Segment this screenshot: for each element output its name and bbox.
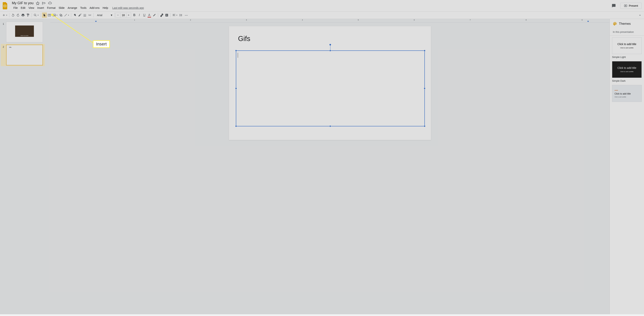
ruler-right-marker[interactable] [587, 21, 589, 22]
comment-button[interactable] [164, 13, 169, 18]
menu-help[interactable]: Help [101, 6, 110, 10]
palette-icon [613, 22, 617, 26]
print-button[interactable] [20, 13, 26, 18]
selected-textbox[interactable] [236, 50, 425, 126]
menu-view[interactable]: View [27, 6, 36, 10]
border-weight-button[interactable] [82, 13, 87, 18]
font-size-increase[interactable]: + [126, 14, 131, 17]
menu-tools[interactable]: Tools [79, 6, 88, 10]
more-button[interactable]: ⋯ [184, 13, 189, 18]
doc-title[interactable]: My GIF to you [12, 1, 34, 5]
comments-button[interactable] [610, 2, 617, 9]
bold-button[interactable]: B [132, 13, 137, 18]
canvas-viewport[interactable]: Gifs [46, 23, 610, 314]
last-edit-link[interactable]: Last edit was seconds ago [112, 6, 144, 10]
svg-point-3 [34, 14, 36, 16]
svg-rect-1 [4, 5, 6, 7]
font-select[interactable]: Arial▼ [96, 13, 115, 18]
collapse-toolbar-button[interactable] [638, 13, 642, 18]
resize-handle-tm[interactable] [330, 50, 331, 51]
theme-name: Simple Light [612, 56, 642, 59]
main-area: 1 HOW YOU DOIN? 2 Gifs 1 2 3 4 5 6 7 8 9 [0, 19, 644, 314]
present-button[interactable]: Present [620, 3, 642, 9]
italic-button[interactable]: I [137, 13, 142, 18]
annotation-callout: Insert [93, 40, 110, 48]
canvas-area: 1 2 3 4 5 6 7 8 9 1 2 3 Gifs [46, 19, 610, 314]
title-area: My GIF to you File Edit View Insert Form… [12, 1, 610, 10]
fill-color-button[interactable] [72, 13, 77, 18]
menu-format[interactable]: Format [46, 6, 57, 10]
resize-handle-bm[interactable] [330, 125, 331, 127]
present-label: Present [629, 4, 638, 7]
resize-handle-tr[interactable] [424, 50, 426, 51]
thumbnail-preview[interactable]: Gifs [6, 45, 43, 65]
slide-canvas[interactable]: Gifs [229, 26, 431, 140]
svg-point-6 [54, 15, 54, 15]
move-icon[interactable] [42, 1, 46, 5]
undo-button[interactable] [10, 13, 16, 18]
resize-handle-tl[interactable] [235, 50, 237, 51]
menu-edit[interactable]: Edit [19, 6, 27, 10]
resize-handle-mr[interactable] [424, 88, 426, 89]
underline-button[interactable]: U [142, 13, 147, 18]
new-slide-button[interactable]: ▼ [2, 13, 8, 18]
theme-card-simple-light[interactable]: Click to add title Click to add subtitle [612, 37, 642, 54]
menu-file[interactable]: File [12, 6, 19, 10]
themes-title: Themes [619, 22, 630, 26]
resize-handle-bl[interactable] [235, 125, 237, 127]
annotation-label: Insert [96, 42, 107, 46]
resize-handle-br[interactable] [424, 125, 426, 127]
thumbnail-image: HOW YOU DOIN? [15, 26, 34, 37]
font-size-control: − 18 + [116, 13, 131, 18]
border-color-button[interactable] [77, 13, 82, 18]
highlight-button[interactable] [152, 13, 157, 18]
paint-format-button[interactable] [26, 13, 30, 18]
redo-button[interactable] [16, 13, 20, 18]
slide-title-text[interactable]: Gifs [238, 35, 250, 43]
zoom-button[interactable]: ▼ [33, 13, 40, 18]
text-color-button[interactable]: A [147, 13, 152, 18]
link-button[interactable] [159, 13, 164, 18]
font-size-value[interactable]: 18 [120, 13, 126, 18]
themes-panel: Themes In this presentation Click to add… [610, 19, 644, 314]
line-spacing-button[interactable] [178, 13, 183, 18]
theme-card-streamline[interactable]: Click to add title Click to add subtitle [612, 85, 642, 102]
theme-name: Simple Dark [612, 79, 642, 82]
themes-subtitle: In this presentation [610, 29, 644, 36]
theme-list[interactable]: Click to add title Click to add subtitle… [610, 36, 644, 104]
themes-header: Themes [610, 19, 644, 29]
toolbar: ▼ ▼ ▼ ▼ Arial▼ − 18 + B I U A ▼ ⋯ [0, 11, 644, 19]
slide-thumbnail-2[interactable]: 2 Gifs [1, 44, 45, 66]
menu-slide[interactable]: Slide [57, 6, 66, 10]
resize-handle-ml[interactable] [235, 88, 237, 89]
menu-arrange[interactable]: Arrange [66, 6, 79, 10]
font-name: Arial [97, 14, 102, 17]
rotation-handle[interactable] [330, 44, 331, 45]
app-header: My GIF to you File Edit View Insert Form… [0, 0, 644, 11]
star-icon[interactable] [36, 1, 40, 5]
slides-logo[interactable] [2, 2, 9, 9]
rotation-handle-line [330, 45, 330, 50]
menu-bar: File Edit View Insert Format Slide Arran… [12, 6, 610, 10]
slide-filmstrip[interactable]: 1 HOW YOU DOIN? 2 Gifs [0, 19, 46, 314]
annotation-origin-dot [51, 14, 54, 16]
border-dash-button[interactable] [87, 13, 92, 18]
slide-thumbnail-1[interactable]: 1 HOW YOU DOIN? [1, 21, 45, 43]
cloud-icon[interactable] [48, 1, 52, 5]
font-size-decrease[interactable]: − [116, 14, 120, 17]
thumbnail-preview[interactable]: HOW YOU DOIN? [6, 22, 43, 42]
shape-tool[interactable] [58, 13, 63, 18]
line-tool[interactable]: ▼ [63, 13, 70, 18]
horizontal-ruler[interactable]: 1 2 3 4 5 6 7 8 9 [50, 19, 610, 23]
select-tool[interactable] [42, 13, 47, 18]
menu-insert[interactable]: Insert [36, 6, 46, 10]
align-button[interactable]: ▼ [172, 13, 178, 18]
ruler-indent-marker[interactable] [95, 21, 97, 22]
theme-card-simple-dark[interactable]: Click to add title Click to add subtitle [612, 61, 642, 78]
menu-addons[interactable]: Add-ons [88, 6, 101, 10]
text-cursor [238, 53, 238, 58]
